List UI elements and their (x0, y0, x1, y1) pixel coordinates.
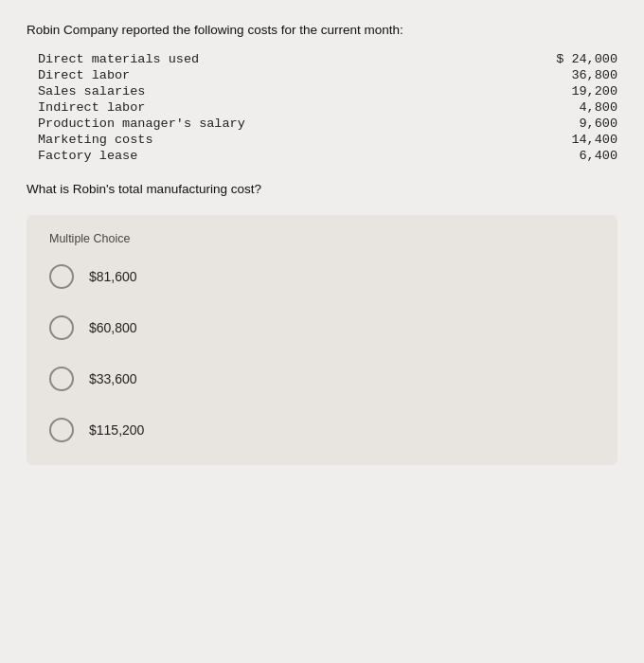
cost-value: $ 24,000 (542, 52, 617, 66)
multiple-choice-container: Multiple Choice $81,600$60,800$33,600$11… (27, 215, 617, 465)
cost-label: Direct materials used (38, 52, 265, 66)
intro-text: Robin Company reported the following cos… (27, 23, 617, 37)
cost-row: Direct materials used$ 24,000 (38, 52, 617, 66)
radio-option-4[interactable] (49, 418, 74, 442)
cost-label: Indirect labor (38, 100, 265, 115)
radio-option-3[interactable] (49, 367, 74, 391)
question-text: What is Robin's total manufacturing cost… (27, 182, 617, 196)
cost-value: 14,400 (542, 133, 617, 147)
cost-row: Indirect labor4,800 (38, 100, 617, 115)
mc-label: Multiple Choice (49, 232, 595, 245)
cost-row: Sales salaries19,200 (38, 84, 617, 99)
cost-table: Direct materials used$ 24,000Direct labo… (38, 52, 617, 163)
option-label-3: $33,600 (89, 371, 137, 386)
cost-label: Sales salaries (38, 84, 265, 99)
option-row-3: $33,600 (49, 367, 595, 391)
options-list: $81,600$60,800$33,600$115,200 (49, 264, 595, 442)
option-row-2: $60,800 (49, 315, 595, 340)
option-row-4: $115,200 (49, 418, 595, 442)
option-label-1: $81,600 (89, 269, 137, 284)
radio-option-1[interactable] (49, 264, 74, 289)
cost-value: 19,200 (542, 84, 617, 99)
cost-row: Factory lease6,400 (38, 149, 617, 163)
option-label-2: $60,800 (89, 320, 137, 335)
option-label-4: $115,200 (89, 422, 144, 438)
cost-value: 9,600 (542, 116, 617, 131)
cost-label: Factory lease (38, 149, 265, 163)
cost-value: 36,800 (542, 68, 617, 82)
cost-label: Direct labor (38, 68, 265, 82)
page: Robin Company reported the following cos… (0, 0, 644, 663)
cost-row: Direct labor36,800 (38, 68, 617, 82)
cost-value: 6,400 (542, 149, 617, 163)
cost-row: Marketing costs14,400 (38, 133, 617, 147)
option-row-1: $81,600 (49, 264, 595, 289)
cost-value: 4,800 (542, 100, 617, 115)
cost-label: Production manager's salary (38, 116, 265, 131)
cost-row: Production manager's salary9,600 (38, 116, 617, 131)
cost-label: Marketing costs (38, 133, 265, 147)
radio-option-2[interactable] (49, 315, 74, 340)
